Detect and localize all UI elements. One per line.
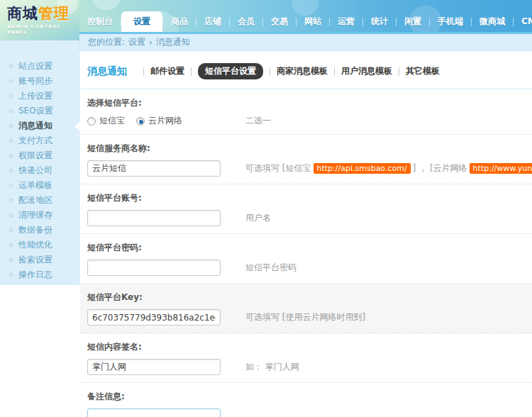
sidebar-item-label: 数据备份 <box>18 224 52 236</box>
text-field-2[interactable] <box>87 160 221 177</box>
bullet-icon <box>9 79 13 83</box>
field-control: 短信宝云片网络 <box>87 115 245 127</box>
nav-item-5[interactable]: 会员 <box>230 11 262 32</box>
sidebar-item-label: 配送地区 <box>18 194 52 206</box>
bullet-icon <box>9 154 13 157</box>
form-row-7: 备注信息:可选填写 <box>80 383 532 417</box>
field-label: 备注信息: <box>87 389 532 408</box>
nav-item-2[interactable]: 设置 <box>121 11 162 32</box>
nav-item-7[interactable]: 网站 <box>297 11 329 32</box>
breadcrumb: 您的位置: 设置 › 消息通知 <box>79 32 532 51</box>
top-navigation: 控制台设置商品店铺会员交易网站运营统计闲置手机端微商城CMS <box>79 0 532 32</box>
tab-2[interactable]: 短信平台设置 <box>198 63 263 79</box>
sidebar-item-label: 性能优化 <box>18 239 52 251</box>
sidebar-item-5[interactable]: 消息通知 <box>0 118 79 133</box>
bullet-icon <box>9 124 13 128</box>
settings-tabs: 邮件设置短信平台设置商家消息模板用户消息模板其它模板 <box>137 63 440 79</box>
tab-1[interactable]: 邮件设置 <box>150 65 184 77</box>
sidebar-item-label: 账号同步 <box>18 75 52 87</box>
nav-item-9[interactable]: 统计 <box>363 11 396 32</box>
field-control <box>87 210 245 226</box>
nav-item-3[interactable]: 商品 <box>163 11 196 32</box>
nav-item-1[interactable]: 控制台 <box>79 11 121 32</box>
sidebar-item-label: 权限设置 <box>18 150 52 162</box>
sidebar-item-14[interactable]: 捡索设置 <box>0 252 79 267</box>
bullet-icon <box>9 258 13 262</box>
field-label: 短信平台密码: <box>87 240 532 260</box>
nav-item-10[interactable]: 闲置 <box>397 11 429 32</box>
radio-option-1[interactable]: 短信宝 <box>87 115 125 127</box>
sidebar-item-label: 消息通知 <box>18 120 52 132</box>
nav-item-8[interactable]: 运营 <box>330 11 362 32</box>
bullet-icon <box>9 184 13 187</box>
text-field-6[interactable] <box>87 359 221 375</box>
hint-text: 二选一 <box>245 115 271 127</box>
tab-4[interactable]: 用户消息模板 <box>341 65 392 77</box>
tab-separator <box>143 67 144 76</box>
logo-title-part2: 管理 <box>38 5 70 22</box>
nav-item-4[interactable]: 店铺 <box>196 11 229 32</box>
sidebar-item-1[interactable]: 站点设置 <box>0 59 79 74</box>
field-control <box>87 160 245 177</box>
sidebar-item-4[interactable]: SEO设置 <box>0 104 79 118</box>
radio-option-label: 短信宝 <box>99 115 125 127</box>
radio-icon[interactable] <box>87 117 96 126</box>
field-hint: 短信平台密码 <box>245 262 297 274</box>
field-control <box>87 309 245 326</box>
field-hint: 可选填写 [使用云片网络时用到] <box>245 311 365 323</box>
sidebar-item-label: 站点设置 <box>18 60 52 72</box>
sidebar-item-13[interactable]: 性能优化 <box>0 238 79 252</box>
form-row-4: 短信平台密码:短信平台密码 <box>80 234 532 284</box>
main-content: 消息通知 邮件设置短信平台设置商家消息模板用户消息模板其它模板 选择短信平台:短… <box>80 52 532 417</box>
field-control <box>87 359 245 375</box>
field-label: 短信平台Key: <box>87 289 532 309</box>
field-line: 用户名 <box>87 210 532 226</box>
form-row-1: 选择短信平台:短信宝云片网络二选一 <box>80 89 532 135</box>
tab-5[interactable]: 其它模板 <box>406 65 440 77</box>
tab-3[interactable]: 商家消息模板 <box>277 65 328 77</box>
sidebar-item-2[interactable]: 账号同步 <box>0 74 79 89</box>
tab-separator <box>399 67 399 76</box>
remarks-textarea[interactable] <box>87 408 221 417</box>
form-row-2: 短信服务商名称:可选填写 [短信宝http://api.smsbao.com/]… <box>80 135 532 184</box>
radio-option-2[interactable]: 云片网络 <box>136 115 182 127</box>
breadcrumb-link-section[interactable]: 设置 <box>128 36 145 48</box>
sidebar-item-label: 上传设置 <box>18 90 52 102</box>
radio-icon[interactable] <box>136 117 145 126</box>
sidebar-item-8[interactable]: 快递公司 <box>0 163 79 178</box>
text-field-4[interactable] <box>87 260 221 276</box>
hint-text: 可选填写 [短信宝 <box>245 162 311 174</box>
sidebar-item-11[interactable]: 清理缓存 <box>0 208 79 223</box>
breadcrumb-separator: › <box>149 38 153 48</box>
field-line: 短信宝云片网络二选一 <box>87 115 532 127</box>
bullet-icon <box>9 139 13 143</box>
sidebar-item-7[interactable]: 权限设置 <box>0 148 79 163</box>
sidebar-item-9[interactable]: 运单模板 <box>0 178 79 193</box>
bullet-icon <box>9 169 13 172</box>
text-field-5[interactable] <box>87 309 221 326</box>
admin-panel-window: 控制台设置商品店铺会员交易网站运营统计闲置手机端微商城CMS 商城管理 ADMI… <box>0 0 532 417</box>
hint-text: 如： 掌门人网 <box>245 361 299 373</box>
tab-separator <box>334 67 335 76</box>
text-field-3[interactable] <box>87 210 221 226</box>
logo-subtitle: ADMIN CONTROL PANEL <box>7 24 79 35</box>
sidebar-item-12[interactable]: 数据备份 <box>0 223 79 238</box>
form-row-3: 短信平台账号:用户名 <box>80 184 532 234</box>
nav-item-11[interactable]: 手机端 <box>430 11 471 32</box>
logo: 商城管理 ADMIN CONTROL PANEL <box>0 0 79 40</box>
sidebar-item-10[interactable]: 配送地区 <box>0 193 79 208</box>
bullet-icon <box>9 109 13 113</box>
content-header: 消息通知 邮件设置短信平台设置商家消息模板用户消息模板其它模板 <box>80 52 532 79</box>
sidebar-item-15[interactable]: 操作日志 <box>0 267 79 282</box>
tab-separator <box>191 67 192 76</box>
nav-item-13[interactable]: CMS <box>514 11 532 32</box>
sidebar-item-3[interactable]: 上传设置 <box>0 89 79 104</box>
nav-item-6[interactable]: 交易 <box>263 11 296 32</box>
sidebar-item-label: 快递公司 <box>18 165 52 177</box>
field-hint: 可选填写 [短信宝http://api.smsbao.com/] ， [云片网络… <box>245 162 532 174</box>
bullet-icon <box>9 273 13 277</box>
sidebar-item-6[interactable]: 支付方式 <box>0 133 79 148</box>
nav-item-12[interactable]: 微商城 <box>472 11 513 32</box>
hint-text: 可选填写 [使用云片网络时用到] <box>245 311 365 323</box>
field-line: 可选填写 [短信宝http://api.smsbao.com/] ， [云片网络… <box>87 160 532 177</box>
